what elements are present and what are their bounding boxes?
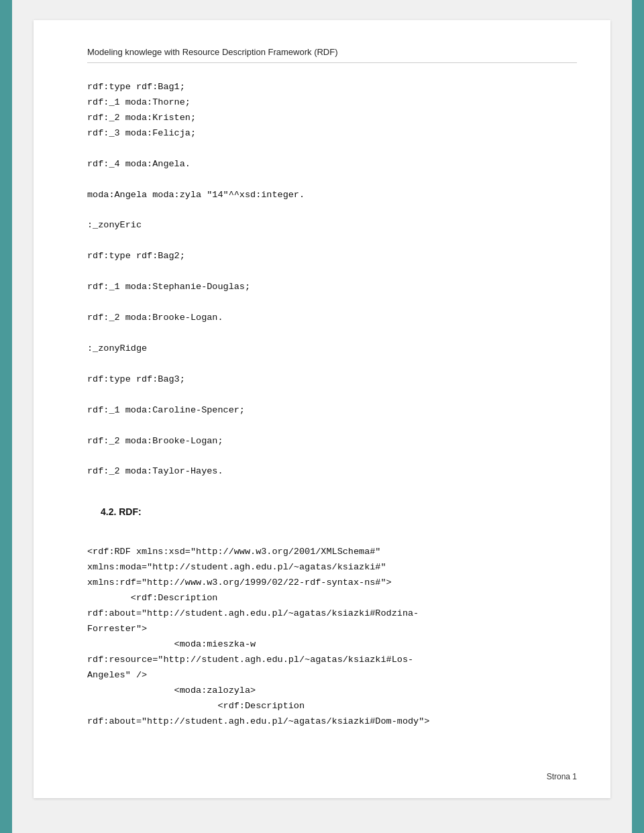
page: Modeling knowlege with Resource Descript… [34, 20, 610, 798]
section-heading: 4.2. RDF: [87, 506, 577, 517]
code-section-2: <rdf:RDF xmlns:xsd="http://www.w3.org/20… [87, 529, 577, 729]
border-left [0, 0, 12, 833]
code-block-2: <rdf:RDF xmlns:xsd="http://www.w3.org/20… [87, 529, 577, 729]
code-section-1: rdf:type rdf:Bag1; rdf:_1 moda:Thorne; r… [87, 80, 577, 480]
page-container: Modeling knowlege with Resource Descript… [0, 0, 644, 833]
code-block-1: rdf:type rdf:Bag1; rdf:_1 moda:Thorne; r… [87, 80, 577, 480]
border-right [632, 0, 644, 833]
page-header: Modeling knowlege with Resource Descript… [87, 47, 577, 63]
page-footer: Strona 1 [547, 772, 577, 781]
